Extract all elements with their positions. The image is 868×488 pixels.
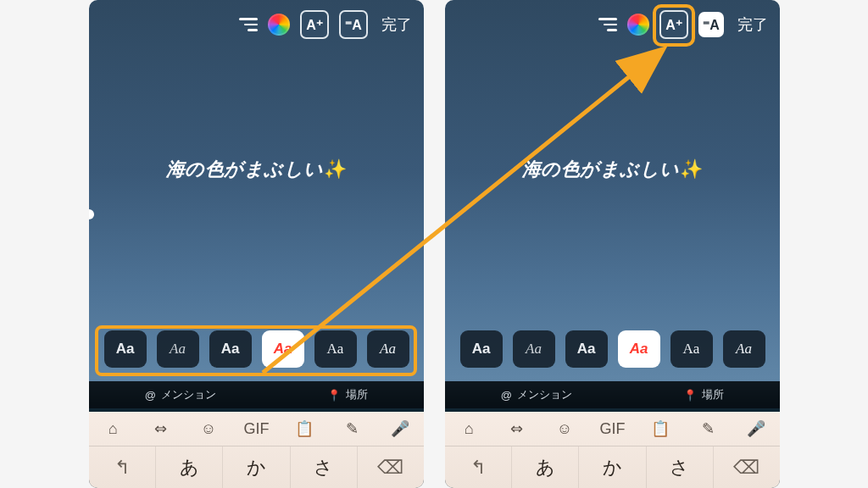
key-ka[interactable]: か xyxy=(223,446,290,488)
location-button[interactable]: 📍 場所 xyxy=(327,387,368,402)
key-a[interactable]: あ xyxy=(512,446,579,488)
text-background-button-active[interactable]: ⁼A xyxy=(698,12,724,37)
pin-icon: 📍 xyxy=(683,389,697,402)
story-text[interactable]: 海の色がまぶしい✨ xyxy=(89,157,424,182)
font-option-3-selected[interactable]: Aa xyxy=(618,330,660,368)
at-icon: @ xyxy=(145,389,156,402)
kb-tool-resize-icon[interactable]: ⇔ xyxy=(136,419,184,438)
phone-screenshot-right: A⁺ ⁼A 完了 海の色がまぶしい✨ Aa Aa Aa Aa Aa Aa @ メ… xyxy=(445,0,780,488)
story-text[interactable]: 海の色がまぶしい✨ xyxy=(445,157,780,182)
location-label: 場所 xyxy=(346,387,368,402)
keyboard-keys-row: ↰ あ か さ ⌫ xyxy=(89,446,424,488)
location-button[interactable]: 📍 場所 xyxy=(683,387,724,402)
key-sa[interactable]: さ xyxy=(647,446,714,488)
keyboard-toolbar: ⌂ ⇔ ☺ GIF 📋 ✎ 🎤 xyxy=(445,412,780,446)
story-text-content: 海の色がまぶしい xyxy=(522,158,680,180)
font-option-0[interactable]: Aa xyxy=(104,330,147,368)
sparkles-emoji: ✨ xyxy=(680,158,704,180)
kb-tool-mic-icon[interactable]: 🎤 xyxy=(376,419,424,438)
mention-button[interactable]: @ メンション xyxy=(145,387,216,402)
kb-tool-sticker-icon[interactable]: ☺ xyxy=(185,420,232,438)
kb-tool-draw-icon[interactable]: ✎ xyxy=(328,419,376,438)
text-editor-toolbar: A⁺ ⁼A 完了 xyxy=(598,10,771,39)
kb-tool-gif-button[interactable]: GIF xyxy=(588,420,636,438)
font-option-1[interactable]: Aa xyxy=(513,330,555,368)
key-backspace[interactable]: ⌫ xyxy=(358,446,424,488)
sparkles-emoji: ✨ xyxy=(324,158,348,180)
kb-tool-grid-icon[interactable]: ⌂ xyxy=(89,420,136,438)
key-sa[interactable]: さ xyxy=(291,446,358,488)
kb-tool-resize-icon[interactable]: ⇔ xyxy=(492,419,540,438)
kb-tool-clipboard-icon[interactable]: 📋 xyxy=(637,419,684,438)
font-picker-row: Aa Aa Aa Aa Aa Aa xyxy=(452,330,773,368)
tag-bar: @ メンション 📍 場所 xyxy=(89,381,424,408)
key-ka[interactable]: か xyxy=(579,446,646,488)
font-option-2[interactable]: Aa xyxy=(209,330,252,368)
kb-tool-sticker-icon[interactable]: ☺ xyxy=(541,420,588,438)
done-button[interactable]: 完了 xyxy=(378,14,415,35)
keyboard-toolbar: ⌂ ⇔ ☺ GIF 📋 ✎ 🎤 xyxy=(89,412,424,446)
font-option-2[interactable]: Aa xyxy=(565,330,608,368)
mention-button[interactable]: @ メンション xyxy=(501,387,572,402)
text-effects-button[interactable]: A⁺ xyxy=(300,10,329,39)
key-backspace[interactable]: ⌫ xyxy=(714,446,780,488)
mention-label: メンション xyxy=(161,387,216,402)
kb-tool-gif-button[interactable]: GIF xyxy=(232,420,280,438)
font-option-4[interactable]: Aa xyxy=(314,330,357,368)
text-background-button[interactable]: ⁼A xyxy=(339,10,368,39)
location-label: 場所 xyxy=(702,387,724,402)
text-effects-button[interactable]: A⁺ xyxy=(659,10,688,39)
soft-keyboard: ⌂ ⇔ ☺ GIF 📋 ✎ 🎤 ↰ あ か さ ⌫ xyxy=(445,412,780,488)
font-picker-row: Aa Aa Aa Aa Aa Aa xyxy=(96,330,417,368)
soft-keyboard: ⌂ ⇔ ☺ GIF 📋 ✎ 🎤 ↰ あ か さ ⌫ xyxy=(89,412,424,488)
kb-tool-mic-icon[interactable]: 🎤 xyxy=(732,419,780,438)
done-button[interactable]: 完了 xyxy=(734,14,771,35)
key-undo[interactable]: ↰ xyxy=(445,446,512,488)
font-option-5[interactable]: Aa xyxy=(367,330,409,368)
at-icon: @ xyxy=(501,389,512,402)
phone-screenshot-left: A⁺ ⁼A 完了 海の色がまぶしい✨ Aa Aa Aa Aa Aa Aa @ メ… xyxy=(89,0,424,488)
kb-tool-grid-icon[interactable]: ⌂ xyxy=(445,420,492,438)
key-undo[interactable]: ↰ xyxy=(89,446,156,488)
font-option-0[interactable]: Aa xyxy=(460,330,503,368)
font-option-1[interactable]: Aa xyxy=(157,330,199,368)
tag-bar: @ メンション 📍 場所 xyxy=(445,381,780,408)
kb-tool-draw-icon[interactable]: ✎ xyxy=(684,419,732,438)
color-wheel-icon[interactable] xyxy=(627,14,649,36)
mention-label: メンション xyxy=(517,387,572,402)
align-menu-icon[interactable] xyxy=(598,18,617,31)
story-text-content: 海の色がまぶしい xyxy=(166,158,324,180)
color-wheel-icon[interactable] xyxy=(268,14,290,36)
kb-tool-clipboard-icon[interactable]: 📋 xyxy=(281,419,328,438)
font-option-5[interactable]: Aa xyxy=(723,330,765,368)
align-menu-icon[interactable] xyxy=(239,18,258,31)
pin-icon: 📍 xyxy=(327,389,341,402)
text-editor-toolbar: A⁺ ⁼A 完了 xyxy=(239,10,415,39)
key-a[interactable]: あ xyxy=(156,446,223,488)
font-option-4[interactable]: Aa xyxy=(670,330,713,368)
font-option-3-selected[interactable]: Aa xyxy=(262,330,304,368)
keyboard-keys-row: ↰ あ か さ ⌫ xyxy=(445,446,780,488)
